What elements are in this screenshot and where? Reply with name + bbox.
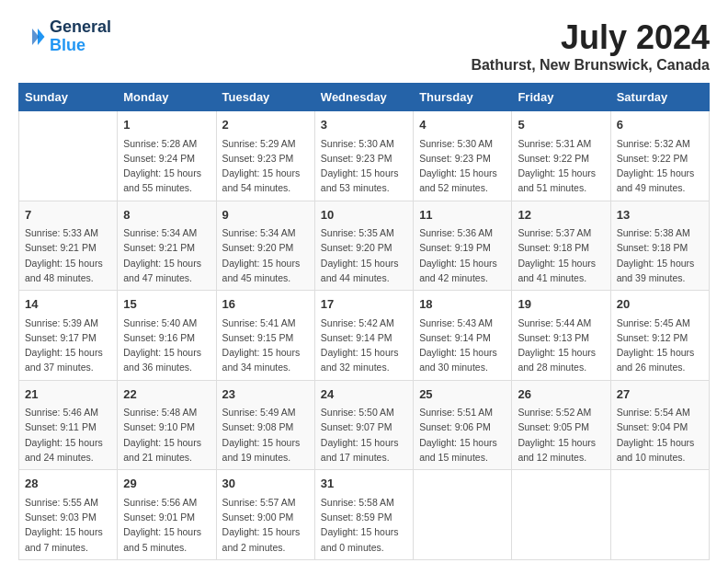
day-info: Sunrise: 5:34 AM Sunset: 9:20 PM Dayligh… xyxy=(222,225,309,285)
location: Bathurst, New Brunswick, Canada xyxy=(471,57,710,74)
day-info: Sunrise: 5:30 AM Sunset: 9:23 PM Dayligh… xyxy=(419,136,506,196)
header-sunday: Sunday xyxy=(19,84,118,111)
day-number: 29 xyxy=(123,475,210,493)
day-info: Sunrise: 5:30 AM Sunset: 9:23 PM Dayligh… xyxy=(321,136,407,196)
week-row-2: 14Sunrise: 5:39 AM Sunset: 9:17 PM Dayli… xyxy=(19,291,710,381)
day-number: 28 xyxy=(25,475,111,493)
day-info: Sunrise: 5:33 AM Sunset: 9:21 PM Dayligh… xyxy=(25,225,111,285)
calendar-cell: 21Sunrise: 5:46 AM Sunset: 9:11 PM Dayli… xyxy=(19,380,118,470)
day-number: 14 xyxy=(25,295,111,314)
day-number: 9 xyxy=(222,206,309,224)
day-info: Sunrise: 5:40 AM Sunset: 9:16 PM Dayligh… xyxy=(123,316,210,375)
day-number: 5 xyxy=(518,116,604,134)
day-number: 31 xyxy=(321,475,407,493)
calendar-cell: 1Sunrise: 5:28 AM Sunset: 9:24 PM Daylig… xyxy=(118,111,216,201)
header-row: SundayMondayTuesdayWednesdayThursdayFrid… xyxy=(19,84,710,111)
day-info: Sunrise: 5:38 AM Sunset: 9:18 PM Dayligh… xyxy=(617,225,703,285)
title-section: July 2024 Bathurst, New Brunswick, Canad… xyxy=(471,18,710,74)
header-saturday: Saturday xyxy=(610,84,709,111)
calendar-cell: 30Sunrise: 5:57 AM Sunset: 9:00 PM Dayli… xyxy=(216,470,314,560)
calendar-cell: 13Sunrise: 5:38 AM Sunset: 9:18 PM Dayli… xyxy=(610,201,709,291)
day-number: 17 xyxy=(321,295,407,314)
day-number: 2 xyxy=(222,116,309,134)
day-info: Sunrise: 5:29 AM Sunset: 9:23 PM Dayligh… xyxy=(222,136,309,196)
calendar-cell: 10Sunrise: 5:35 AM Sunset: 9:20 PM Dayli… xyxy=(314,201,413,291)
day-info: Sunrise: 5:54 AM Sunset: 9:04 PM Dayligh… xyxy=(617,405,703,465)
day-number: 7 xyxy=(25,206,111,224)
calendar-cell: 5Sunrise: 5:31 AM Sunset: 9:22 PM Daylig… xyxy=(512,111,610,201)
logo-icon xyxy=(18,23,46,51)
day-number: 26 xyxy=(518,385,604,404)
day-number: 11 xyxy=(419,206,506,224)
day-info: Sunrise: 5:58 AM Sunset: 8:59 PM Dayligh… xyxy=(321,495,407,555)
day-info: Sunrise: 5:37 AM Sunset: 9:18 PM Dayligh… xyxy=(518,225,604,285)
day-number: 3 xyxy=(321,116,407,134)
calendar-cell: 15Sunrise: 5:40 AM Sunset: 9:16 PM Dayli… xyxy=(118,291,216,381)
day-number: 15 xyxy=(123,295,210,314)
day-number: 6 xyxy=(617,116,703,134)
calendar-cell: 25Sunrise: 5:51 AM Sunset: 9:06 PM Dayli… xyxy=(414,380,512,470)
day-info: Sunrise: 5:44 AM Sunset: 9:13 PM Dayligh… xyxy=(518,316,604,375)
day-info: Sunrise: 5:57 AM Sunset: 9:00 PM Dayligh… xyxy=(222,495,309,555)
day-info: Sunrise: 5:52 AM Sunset: 9:05 PM Dayligh… xyxy=(518,405,604,465)
day-info: Sunrise: 5:55 AM Sunset: 9:03 PM Dayligh… xyxy=(25,495,111,555)
calendar-cell: 9Sunrise: 5:34 AM Sunset: 9:20 PM Daylig… xyxy=(216,201,314,291)
day-info: Sunrise: 5:51 AM Sunset: 9:06 PM Dayligh… xyxy=(419,405,506,465)
day-number: 16 xyxy=(222,295,309,314)
calendar-cell: 24Sunrise: 5:50 AM Sunset: 9:07 PM Dayli… xyxy=(314,380,413,470)
day-number: 30 xyxy=(222,475,309,493)
calendar-cell: 28Sunrise: 5:55 AM Sunset: 9:03 PM Dayli… xyxy=(19,470,118,560)
calendar-cell: 7Sunrise: 5:33 AM Sunset: 9:21 PM Daylig… xyxy=(19,201,118,291)
day-info: Sunrise: 5:39 AM Sunset: 9:17 PM Dayligh… xyxy=(25,316,111,375)
header-friday: Friday xyxy=(512,84,610,111)
day-number: 1 xyxy=(123,116,210,134)
day-info: Sunrise: 5:49 AM Sunset: 9:08 PM Dayligh… xyxy=(222,405,309,465)
month-year: July 2024 xyxy=(471,18,710,57)
header-monday: Monday xyxy=(118,84,216,111)
logo-text: General Blue xyxy=(50,18,111,55)
day-info: Sunrise: 5:50 AM Sunset: 9:07 PM Dayligh… xyxy=(321,405,407,465)
calendar-cell: 22Sunrise: 5:48 AM Sunset: 9:10 PM Dayli… xyxy=(118,380,216,470)
week-row-1: 7Sunrise: 5:33 AM Sunset: 9:21 PM Daylig… xyxy=(19,201,710,291)
day-info: Sunrise: 5:42 AM Sunset: 9:14 PM Dayligh… xyxy=(321,316,407,375)
calendar-cell: 4Sunrise: 5:30 AM Sunset: 9:23 PM Daylig… xyxy=(414,111,512,201)
calendar-cell: 19Sunrise: 5:44 AM Sunset: 9:13 PM Dayli… xyxy=(512,291,610,381)
day-number: 13 xyxy=(617,206,703,224)
calendar-cell xyxy=(19,111,118,201)
day-info: Sunrise: 5:35 AM Sunset: 9:20 PM Dayligh… xyxy=(321,225,407,285)
calendar-cell xyxy=(610,470,709,560)
day-info: Sunrise: 5:48 AM Sunset: 9:10 PM Dayligh… xyxy=(123,405,210,465)
day-number: 25 xyxy=(419,385,506,404)
day-info: Sunrise: 5:34 AM Sunset: 9:21 PM Dayligh… xyxy=(123,225,210,285)
calendar-cell: 3Sunrise: 5:30 AM Sunset: 9:23 PM Daylig… xyxy=(314,111,413,201)
day-number: 4 xyxy=(419,116,506,134)
calendar-cell: 17Sunrise: 5:42 AM Sunset: 9:14 PM Dayli… xyxy=(314,291,413,381)
logo: General Blue xyxy=(18,18,111,55)
day-info: Sunrise: 5:28 AM Sunset: 9:24 PM Dayligh… xyxy=(123,136,210,196)
header-wednesday: Wednesday xyxy=(314,84,413,111)
week-row-3: 21Sunrise: 5:46 AM Sunset: 9:11 PM Dayli… xyxy=(19,380,710,470)
day-number: 8 xyxy=(123,206,210,224)
calendar-cell xyxy=(512,470,610,560)
week-row-4: 28Sunrise: 5:55 AM Sunset: 9:03 PM Dayli… xyxy=(19,470,710,560)
day-number: 20 xyxy=(617,295,703,314)
calendar-table: SundayMondayTuesdayWednesdayThursdayFrid… xyxy=(18,83,710,560)
calendar-cell: 18Sunrise: 5:43 AM Sunset: 9:14 PM Dayli… xyxy=(414,291,512,381)
day-info: Sunrise: 5:56 AM Sunset: 9:01 PM Dayligh… xyxy=(123,495,210,555)
header-thursday: Thursday xyxy=(414,84,512,111)
day-number: 27 xyxy=(617,385,703,404)
calendar-cell: 29Sunrise: 5:56 AM Sunset: 9:01 PM Dayli… xyxy=(118,470,216,560)
day-info: Sunrise: 5:32 AM Sunset: 9:22 PM Dayligh… xyxy=(617,136,703,196)
calendar-cell: 20Sunrise: 5:45 AM Sunset: 9:12 PM Dayli… xyxy=(610,291,709,381)
day-number: 23 xyxy=(222,385,309,404)
day-number: 24 xyxy=(321,385,407,404)
header: General Blue July 2024 Bathurst, New Bru… xyxy=(18,18,710,74)
calendar-cell: 27Sunrise: 5:54 AM Sunset: 9:04 PM Dayli… xyxy=(610,380,709,470)
header-tuesday: Tuesday xyxy=(216,84,314,111)
day-info: Sunrise: 5:45 AM Sunset: 9:12 PM Dayligh… xyxy=(617,316,703,375)
day-number: 18 xyxy=(419,295,506,314)
calendar-cell: 6Sunrise: 5:32 AM Sunset: 9:22 PM Daylig… xyxy=(610,111,709,201)
day-info: Sunrise: 5:41 AM Sunset: 9:15 PM Dayligh… xyxy=(222,316,309,375)
day-info: Sunrise: 5:43 AM Sunset: 9:14 PM Dayligh… xyxy=(419,316,506,375)
calendar-cell: 11Sunrise: 5:36 AM Sunset: 9:19 PM Dayli… xyxy=(414,201,512,291)
